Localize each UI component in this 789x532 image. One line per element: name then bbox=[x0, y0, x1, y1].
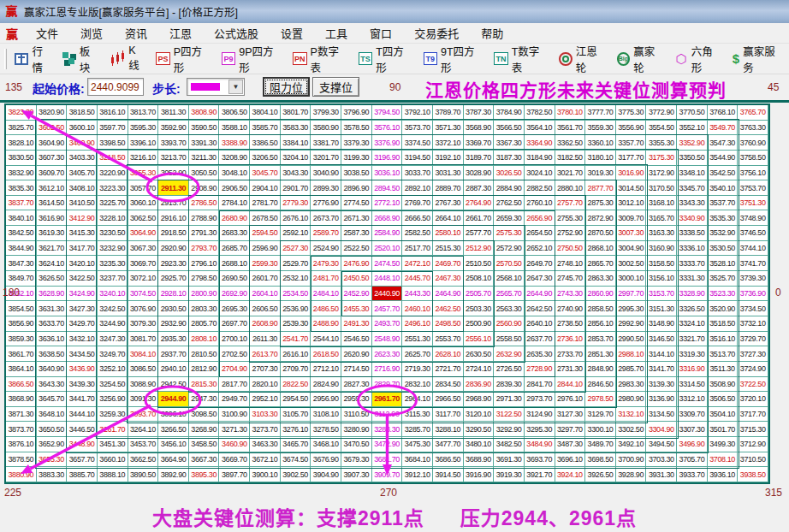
grid-cell[interactable]: 3297.70 bbox=[555, 422, 586, 437]
grid-cell[interactable]: 3108.10 bbox=[311, 407, 341, 423]
grid-cell[interactable]: 3801.70 bbox=[281, 105, 311, 121]
grid-cell[interactable]: 3487.30 bbox=[555, 437, 586, 452]
grid-cell[interactable]: 2820.10 bbox=[250, 377, 281, 393]
grid-cell[interactable]: 3014.50 bbox=[616, 180, 647, 196]
grid-cell[interactable]: 2947.30 bbox=[189, 392, 220, 407]
grid-cell[interactable]: 3561.70 bbox=[555, 121, 586, 136]
grid-cell[interactable]: 3273.70 bbox=[250, 422, 281, 437]
grid-cell[interactable]: 3129.70 bbox=[585, 407, 616, 423]
grid-cell[interactable]: 3528.10 bbox=[708, 256, 739, 271]
grid-cell[interactable]: 2546.50 bbox=[341, 332, 372, 347]
grid-cell[interactable]: 2620.90 bbox=[341, 346, 372, 362]
grid-cell[interactable]: 3439.30 bbox=[67, 377, 98, 393]
grid-cell[interactable]: 3276.10 bbox=[281, 422, 311, 437]
grid-cell[interactable]: 3571.30 bbox=[433, 121, 464, 136]
grid-cell[interactable]: 3616.90 bbox=[37, 210, 68, 226]
grid-cell[interactable]: 3043.30 bbox=[281, 166, 311, 181]
grid-cell[interactable]: 3009.70 bbox=[616, 210, 647, 226]
grid-cell[interactable]: 2472.10 bbox=[402, 256, 433, 271]
toolbar-item-quotes[interactable]: 行情 bbox=[9, 40, 57, 78]
grid-cell-resistance-2961[interactable]: 2961.70 bbox=[372, 392, 403, 407]
toolbar-item-p-square[interactable]: PSP四方形 bbox=[151, 40, 217, 78]
grid-cell[interactable]: 2918.50 bbox=[158, 226, 189, 241]
grid-cell[interactable]: 3664.90 bbox=[158, 452, 189, 468]
grid-cell[interactable]: 3708.10 bbox=[708, 452, 739, 468]
grid-cell[interactable]: 3904.90 bbox=[311, 467, 341, 482]
grid-cell[interactable]: 3175.30 bbox=[646, 151, 677, 166]
grid-cell[interactable]: 2980.90 bbox=[616, 392, 647, 407]
grid-cell[interactable]: 3170.50 bbox=[646, 180, 677, 196]
grid-cell[interactable]: 3544.90 bbox=[708, 151, 739, 166]
grid-cell[interactable]: 3628.90 bbox=[37, 287, 68, 302]
grid-cell[interactable]: 2904.10 bbox=[250, 180, 281, 196]
grid-cell[interactable]: 2635.30 bbox=[525, 346, 555, 362]
grid-cell[interactable]: 3559.30 bbox=[585, 121, 616, 136]
grid-cell[interactable]: 3103.30 bbox=[250, 407, 281, 423]
grid-cell[interactable]: 2793.70 bbox=[189, 241, 220, 257]
grid-cell[interactable]: 3811.30 bbox=[158, 105, 189, 121]
grid-cell[interactable]: 2968.90 bbox=[464, 392, 495, 407]
toolbar-item-t-numtable[interactable]: TNT数字表 bbox=[489, 40, 554, 78]
grid-cell[interactable]: 3012.10 bbox=[616, 196, 647, 211]
grid-cell[interactable]: 2584.90 bbox=[372, 226, 403, 241]
grid-cell[interactable]: 3405.70 bbox=[67, 166, 98, 181]
grid-cell[interactable]: 3864.10 bbox=[6, 362, 37, 377]
grid-cell-resistance-2944[interactable]: 2944.90 bbox=[158, 392, 189, 407]
grid-cell[interactable]: 2923.30 bbox=[158, 256, 189, 271]
grid-cell[interactable]: 3211.30 bbox=[189, 151, 220, 166]
grid-cell[interactable]: 3844.90 bbox=[6, 241, 37, 257]
grid-cell[interactable]: 3741.70 bbox=[738, 256, 768, 271]
grid-cell[interactable]: 2505.70 bbox=[464, 287, 495, 302]
grid-cell[interactable]: 3830.50 bbox=[6, 151, 37, 166]
grid-cell[interactable]: 3060.10 bbox=[128, 196, 159, 211]
grid-cell[interactable]: 3324.10 bbox=[677, 316, 708, 332]
grid-cell[interactable]: 3700.90 bbox=[616, 452, 647, 468]
grid-cell[interactable]: 3590.50 bbox=[189, 121, 220, 136]
grid-cell[interactable]: 3468.10 bbox=[311, 437, 341, 452]
grid-cell[interactable]: 3914.50 bbox=[433, 467, 464, 482]
grid-cell[interactable]: 3938.50 bbox=[738, 467, 768, 482]
grid-cell[interactable]: 3079.30 bbox=[128, 316, 159, 332]
grid-cell[interactable]: 2767.30 bbox=[433, 196, 464, 211]
grid-cell[interactable]: 3840.10 bbox=[6, 210, 37, 226]
grid-cell[interactable]: 2488.90 bbox=[311, 316, 341, 332]
grid-cell[interactable]: 3924.10 bbox=[555, 467, 586, 482]
grid-cell[interactable]: 2700.10 bbox=[219, 332, 250, 347]
grid-cell[interactable]: 3117.70 bbox=[433, 407, 464, 423]
toolbar-item-winner-wheel[interactable]: Big赢家轮 bbox=[612, 40, 670, 78]
grid-cell[interactable]: 3177.70 bbox=[616, 151, 647, 166]
grid-cell[interactable]: 3321.70 bbox=[677, 332, 708, 347]
grid-cell[interactable]: 2640.10 bbox=[525, 316, 555, 332]
grid-cell[interactable]: 2630.50 bbox=[464, 346, 495, 362]
grid-cell[interactable]: 2908.90 bbox=[189, 180, 220, 196]
grid-cell[interactable]: 3604.90 bbox=[37, 135, 68, 151]
grid-cell-center[interactable]: 2440.90 bbox=[372, 287, 403, 302]
grid-cell[interactable]: 3739.30 bbox=[738, 271, 768, 287]
grid-cell[interactable]: 2596.90 bbox=[250, 241, 281, 257]
grid-cell[interactable]: 2913.70 bbox=[158, 196, 189, 211]
grid-cell[interactable]: 2997.70 bbox=[616, 287, 647, 302]
grid-cell[interactable]: 3753.70 bbox=[738, 180, 768, 196]
grid-cell[interactable]: 2656.90 bbox=[525, 210, 555, 226]
grid-cell[interactable]: 2676.10 bbox=[281, 210, 311, 226]
grid-cell[interactable]: 3062.50 bbox=[128, 210, 159, 226]
grid-cell[interactable]: 3122.50 bbox=[494, 407, 525, 423]
grid-cell[interactable]: 2558.50 bbox=[494, 332, 525, 347]
grid-cell[interactable]: 3148.90 bbox=[646, 316, 677, 332]
grid-cell[interactable]: 3100.90 bbox=[219, 407, 250, 423]
grid-cell[interactable]: 2719.30 bbox=[402, 362, 433, 377]
grid-cell[interactable]: 3355.30 bbox=[646, 135, 677, 151]
grid-cell[interactable]: 3645.70 bbox=[37, 392, 68, 407]
grid-cell[interactable]: 2572.90 bbox=[494, 241, 525, 257]
grid-cell[interactable]: 3144.10 bbox=[646, 346, 677, 362]
grid-cell[interactable]: 3369.70 bbox=[464, 135, 495, 151]
grid-cell[interactable]: 2601.70 bbox=[250, 271, 281, 287]
grid-cell[interactable]: 3168.10 bbox=[646, 196, 677, 211]
grid-cell[interactable]: 2764.90 bbox=[464, 196, 495, 211]
grid-cell[interactable]: 3710.50 bbox=[738, 452, 768, 468]
grid-cell[interactable]: 2462.50 bbox=[433, 301, 464, 316]
grid-cell[interactable]: 3280.90 bbox=[341, 422, 372, 437]
grid-cell[interactable]: 3465.70 bbox=[281, 437, 311, 452]
grid-cell[interactable]: 3007.30 bbox=[616, 226, 647, 241]
grid-cell[interactable]: 2536.90 bbox=[281, 301, 311, 316]
